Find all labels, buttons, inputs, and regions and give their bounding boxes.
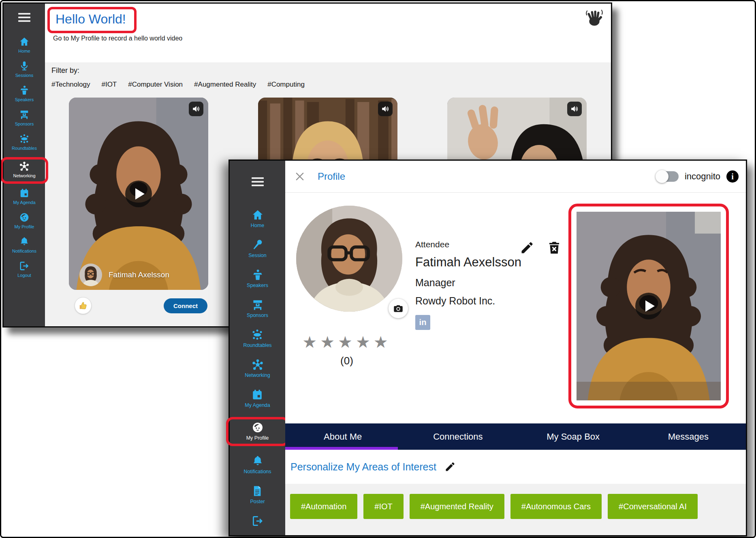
sidebar-item-networking[interactable]: Networking (3, 161, 46, 179)
filter-tag-computing[interactable]: #Computing (267, 81, 305, 89)
sidebar-item-home[interactable]: Home (18, 36, 30, 54)
speaker-podium-icon (252, 269, 264, 281)
menu-icon[interactable] (252, 177, 264, 186)
annotation-red-box-video (568, 204, 729, 408)
page-title: Hello World! (56, 12, 126, 27)
hello-world-header: Hello World! Go to My Profile to record … (45, 4, 611, 62)
hello-video-card-1[interactable]: Fatimah Axelsson (69, 98, 208, 290)
document-icon (251, 485, 263, 497)
hello-world-video-preview[interactable] (577, 212, 721, 400)
mute-toggle-icon[interactable] (567, 102, 582, 116)
filter-by-label: Filter by: (51, 66, 611, 75)
sidebar-item-label: Poster (250, 499, 265, 504)
tab-connections[interactable]: Connections (400, 423, 515, 450)
delete-video-trash-icon[interactable] (547, 240, 562, 255)
sidebar-item-speakers[interactable]: Speakers (15, 85, 34, 103)
sidebar-item-home[interactable]: Home (251, 209, 264, 228)
profile-company: Rowdy Robot Inc. (415, 295, 521, 307)
back-sidebar: Home Sessions Speakers Sponsors Roundtab… (4, 4, 45, 326)
card-actions: Connect (69, 297, 208, 314)
sidebar-item-sponsors[interactable]: Sponsors (247, 299, 268, 318)
sidebar-item-label: Sponsors (15, 121, 34, 126)
sidebar-item-my-agenda[interactable]: My Agenda (245, 389, 270, 408)
play-button[interactable] (635, 293, 662, 319)
thumbs-up-button[interactable] (75, 297, 92, 314)
tab-messages[interactable]: Messages (631, 423, 746, 450)
filter-tags: #Technology #IOT #Computer Vision #Augme… (51, 81, 611, 89)
sidebar-item-label: Notifications (243, 469, 271, 474)
play-button[interactable] (125, 181, 152, 207)
close-icon[interactable] (295, 171, 305, 182)
interests-header-row: Personalize My Areas of Interest (285, 450, 746, 484)
logout-icon (252, 515, 264, 527)
filter-tag-technology[interactable]: #Technology (51, 81, 90, 89)
sidebar-item-label: Networking (245, 372, 270, 378)
edit-pencil-icon[interactable] (520, 240, 534, 255)
mute-toggle-icon[interactable] (378, 102, 393, 116)
interest-tags-row: #Automation #IOT #Augmented Reality #Aut… (285, 484, 746, 535)
network-icon (252, 359, 264, 371)
edit-interests-pencil-icon[interactable] (444, 461, 456, 472)
sidebar-item-notifications[interactable]: Notifications (12, 236, 36, 254)
profile-body: ★★★★★ (0) Attendee Fatimah Aexelsson Man… (285, 193, 746, 423)
sidebar-item-my-profile[interactable]: My Profile (15, 212, 34, 230)
logout-icon (19, 261, 30, 271)
interest-tag-automation: #Automation (290, 494, 357, 519)
sidebar-item-logout[interactable] (252, 515, 264, 527)
video-card-1-wrap: Fatimah Axelsson Connect (69, 98, 208, 314)
profile-name: Fatimah Aexelsson (415, 255, 521, 270)
connect-button[interactable]: Connect (164, 298, 207, 313)
sidebar-item-notifications[interactable]: Notifications (243, 455, 271, 474)
sidebar-item-roundtables[interactable]: Roundtables (12, 134, 37, 151)
sidebar-item-label: Sponsors (247, 313, 268, 318)
handheld-mic-icon (251, 239, 263, 251)
sidebar-item-session[interactable]: Session (248, 239, 266, 258)
sidebar-item-label: My Profile (246, 435, 269, 441)
sidebar-item-label: Sessions (15, 73, 34, 78)
microphone-icon (19, 61, 30, 71)
info-icon[interactable]: i (726, 170, 739, 183)
incognito-label: incognito (685, 171, 720, 182)
sidebar-item-logout[interactable]: Logout (17, 261, 31, 279)
tab-my-soap-box[interactable]: My Soap Box (516, 423, 631, 450)
sidebar-item-roundtables[interactable]: Roundtables (243, 329, 271, 348)
sidebar-item-my-profile[interactable]: My Profile (229, 421, 286, 441)
filter-tag-iot[interactable]: #IOT (101, 81, 117, 89)
roundtable-icon (19, 134, 30, 144)
home-icon (252, 209, 264, 221)
rating-count: (0) (296, 355, 397, 367)
sidebar-item-sessions[interactable]: Sessions (15, 61, 34, 79)
profile-header: Profile incognito i (285, 161, 746, 193)
sidebar-item-speakers[interactable]: Speakers (247, 269, 268, 288)
video-bottom-shade (577, 382, 721, 400)
sidebar-item-label: My Profile (15, 224, 34, 229)
profile-tab-bar: About Me Connections My Soap Box Message… (285, 423, 746, 450)
sidebar-item-my-agenda[interactable]: My Agenda (13, 188, 35, 206)
tab-about-me[interactable]: About Me (285, 423, 400, 450)
rating-stars[interactable]: ★★★★★ (296, 333, 397, 351)
page-subtitle: Go to My Profile to record a hello world… (53, 35, 611, 42)
sidebar-item-sponsors[interactable]: Sponsors (15, 109, 34, 127)
linkedin-icon[interactable]: in (415, 315, 430, 330)
personalize-interests-link[interactable]: Personalize My Areas of Interest (290, 461, 436, 473)
bell-icon (252, 455, 264, 467)
booth-icon (252, 299, 264, 311)
interest-tag-conversational-ai: #Conversational AI (608, 494, 698, 519)
incognito-toggle[interactable] (657, 171, 679, 182)
screenshot-frame: Home Sessions Speakers Sponsors Roundtab… (0, 0, 756, 538)
video-caption: Fatimah Axelsson (79, 264, 169, 286)
waving-hand-icon (585, 9, 604, 27)
roundtable-icon (251, 329, 263, 341)
mute-toggle-icon[interactable] (189, 102, 203, 116)
sidebar-item-networking[interactable]: Networking (245, 359, 270, 378)
change-photo-camera-button[interactable] (389, 299, 408, 318)
presenter-name: Fatimah Axelsson (109, 270, 169, 279)
face-icon (252, 421, 264, 434)
calendar-icon (251, 389, 263, 401)
interest-tag-autonomous-cars: #Autonomous Cars (510, 494, 602, 519)
filter-tag-computer-vision[interactable]: #Computer Vision (128, 81, 183, 89)
annotation-red-box-my-profile: My Profile (226, 417, 289, 446)
filter-tag-augmented-reality[interactable]: #Augmented Reality (194, 81, 256, 89)
sidebar-item-poster[interactable]: Poster (250, 485, 265, 504)
menu-icon[interactable] (18, 13, 30, 22)
